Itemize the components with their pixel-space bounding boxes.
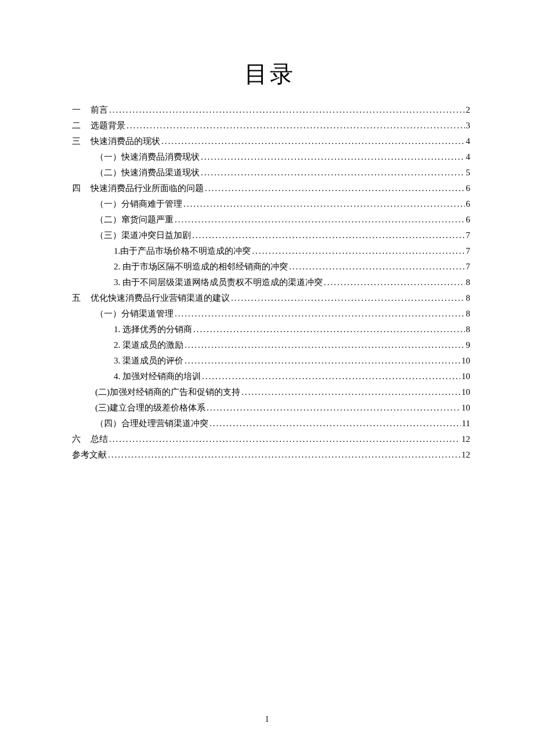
toc-entry: (三)建立合理的级差价格体系10 xyxy=(70,401,470,415)
toc-page: 7 xyxy=(466,228,471,242)
toc-entry: 4. 加强对经销商的培训10 xyxy=(70,369,470,383)
toc-entry: （一）分销渠道管理8 xyxy=(70,307,470,321)
toc-leader xyxy=(109,432,460,446)
toc-entry: 六总结12 xyxy=(70,432,470,446)
toc-title: 目录 xyxy=(70,58,470,90)
toc-leader xyxy=(231,291,465,305)
toc-label: 1. 选择优秀的分销商 xyxy=(91,322,192,336)
toc-label: 4. 加强对经销商的培训 xyxy=(91,369,201,383)
page-number-footer: 1 xyxy=(0,715,534,724)
toc-page: 8 xyxy=(466,307,471,321)
toc-label: （四）合理处理营销渠道冲突 xyxy=(91,416,208,430)
toc-number: 五 xyxy=(70,291,91,305)
toc-page: 12 xyxy=(461,432,470,446)
toc-label: 选题背景 xyxy=(91,118,125,132)
toc-leader xyxy=(207,401,460,415)
toc-leader xyxy=(289,260,465,273)
toc-label: 2. 渠道成员的激励 xyxy=(91,338,183,352)
toc-entry: 四快速消费品行业所面临的问题6 xyxy=(70,181,470,195)
toc-label: 2. 由于市场区隔不明造成的相邻经销商的冲突 xyxy=(91,260,288,273)
toc-entry: 一前言2 xyxy=(70,103,470,117)
toc-label: 总结 xyxy=(91,432,108,446)
toc-label: （一）分销渠道管理 xyxy=(91,307,174,321)
toc-entry: （一）分销商难于管理6 xyxy=(70,197,470,211)
toc-leader xyxy=(127,118,465,132)
toc-entry: （一）快速消费品消费现状4 xyxy=(70,150,470,164)
toc-page: 6 xyxy=(466,197,471,211)
toc-entry: （三）渠道冲突日益加剧7 xyxy=(70,228,470,242)
toc-leader xyxy=(183,197,465,211)
toc-entry: 五优化快速消费品行业营销渠道的建议8 xyxy=(70,291,470,305)
toc-page: 8 xyxy=(466,322,471,336)
toc-page: 10 xyxy=(461,354,470,368)
toc-entry: （二）快速消费品渠道现状5 xyxy=(70,165,470,179)
toc-leader xyxy=(175,307,465,321)
toc-page: 2 xyxy=(466,103,471,117)
toc-page: 6 xyxy=(466,181,471,195)
toc-leader xyxy=(108,448,460,462)
toc-leader xyxy=(241,385,460,399)
toc-label: 快速消费品的现状 xyxy=(91,134,160,148)
toc-label: 前言 xyxy=(91,103,108,117)
toc-label: 快速消费品行业所面临的问题 xyxy=(91,181,204,195)
toc-page: 4 xyxy=(466,134,471,148)
toc-number: 六 xyxy=(70,432,91,446)
toc-page: 8 xyxy=(466,291,471,305)
toc-page: 11 xyxy=(462,416,470,430)
toc-entry: 3. 由于不同层级渠道网络成员责权不明造成的渠道冲突8 xyxy=(70,275,470,289)
toc-leader xyxy=(201,150,465,164)
toc-label: （三）渠道冲突日益加剧 xyxy=(91,228,191,242)
toc-entry: 2. 由于市场区隔不明造成的相邻经销商的冲突7 xyxy=(70,260,470,273)
toc-list: 一前言2二选题背景3三快速消费品的现状4（一）快速消费品消费现状4（二）快速消费… xyxy=(70,103,470,462)
toc-leader xyxy=(205,181,465,195)
toc-label: （二）快速消费品渠道现状 xyxy=(91,165,200,179)
toc-label: （二）窜货问题严重 xyxy=(91,213,174,226)
toc-page: 7 xyxy=(466,244,471,258)
toc-number: 一 xyxy=(70,103,91,117)
toc-leader xyxy=(109,103,465,117)
toc-entry: 参考文献12 xyxy=(70,448,470,462)
toc-page: 6 xyxy=(466,213,471,226)
toc-page: 10 xyxy=(461,369,470,383)
toc-entry: 2. 渠道成员的激励9 xyxy=(70,338,470,352)
toc-label: （一）快速消费品消费现状 xyxy=(91,150,200,164)
toc-label: （一）分销商难于管理 xyxy=(91,197,182,211)
toc-entry: (二)加强对经销商的广告和促销的支持10 xyxy=(70,385,470,399)
toc-entry: 1.由于产品市场价格不明造成的冲突7 xyxy=(70,244,470,258)
toc-page: 10 xyxy=(461,401,470,415)
toc-leader xyxy=(210,416,461,430)
toc-page: 4 xyxy=(466,150,471,164)
toc-label: 参考文献 xyxy=(70,448,107,462)
toc-number: 三 xyxy=(70,134,91,148)
toc-page: 12 xyxy=(461,448,470,462)
toc-page: 7 xyxy=(466,260,471,273)
toc-entry: 二选题背景3 xyxy=(70,118,470,132)
toc-leader xyxy=(252,244,464,258)
toc-label: 1.由于产品市场价格不明造成的冲突 xyxy=(91,244,251,258)
toc-entry: 三快速消费品的现状4 xyxy=(70,134,470,148)
toc-label: 3. 渠道成员的评价 xyxy=(91,354,183,368)
toc-number: 四 xyxy=(70,181,91,195)
toc-number: 二 xyxy=(70,118,91,132)
toc-label: (三)建立合理的级差价格体系 xyxy=(91,401,205,415)
toc-leader xyxy=(185,338,465,352)
toc-page: 5 xyxy=(466,165,471,179)
toc-label: (二)加强对经销商的广告和促销的支持 xyxy=(91,385,240,399)
toc-entry: 3. 渠道成员的评价10 xyxy=(70,354,470,368)
toc-leader xyxy=(324,275,465,289)
toc-leader xyxy=(201,165,465,179)
toc-entry: （二）窜货问题严重6 xyxy=(70,213,470,226)
toc-page: 8 xyxy=(466,275,471,289)
toc-leader xyxy=(185,354,460,368)
toc-label: 优化快速消费品行业营销渠道的建议 xyxy=(91,291,230,305)
toc-page: 3 xyxy=(466,118,471,132)
toc-page: 10 xyxy=(461,385,470,399)
toc-leader xyxy=(161,134,465,148)
toc-leader xyxy=(193,322,465,336)
toc-leader xyxy=(192,228,465,242)
toc-page: 9 xyxy=(466,338,471,352)
toc-entry: 1. 选择优秀的分销商8 xyxy=(70,322,470,336)
toc-label: 3. 由于不同层级渠道网络成员责权不明造成的渠道冲突 xyxy=(91,275,323,289)
toc-leader xyxy=(202,369,460,383)
toc-leader xyxy=(175,213,465,226)
